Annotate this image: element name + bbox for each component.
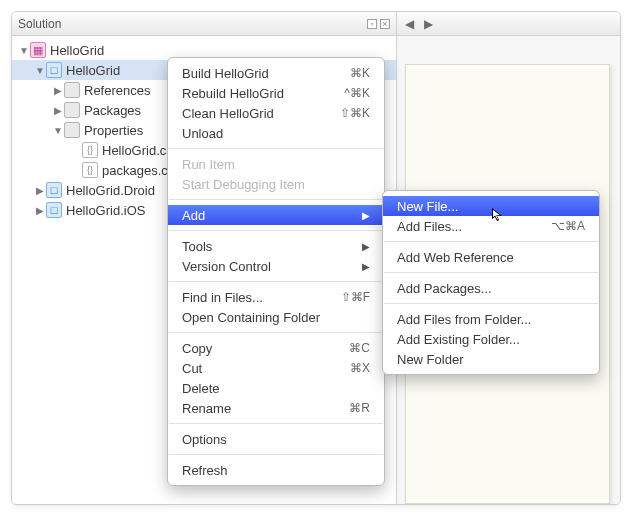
menu-add-existing-folder[interactable]: Add Existing Folder... [383,329,599,349]
menu-add-packages[interactable]: Add Packages... [383,278,599,298]
csharp-file-icon: {} [82,142,98,158]
menu-build[interactable]: Build HelloGrid⌘K [168,63,384,83]
menu-separator [384,272,598,273]
submenu-arrow-icon: ▶ [342,261,370,272]
solution-icon: ▦ [30,42,46,58]
csproj-icon: □ [46,202,62,218]
menu-cut[interactable]: Cut⌘X [168,358,384,378]
expand-arrow-icon[interactable]: ▶ [52,105,64,116]
editor-toolbar: ◀ ▶ [397,12,620,36]
menu-refresh[interactable]: Refresh [168,460,384,480]
menu-separator [169,148,383,149]
tree-label: HelloGrid [50,43,390,58]
menu-options[interactable]: Options [168,429,384,449]
menu-add-files[interactable]: Add Files...⌥⌘A [383,216,599,236]
menu-run-item: Run Item [168,154,384,174]
config-file-icon: {} [82,162,98,178]
menu-rebuild[interactable]: Rebuild HelloGrid^⌘K [168,83,384,103]
submenu-arrow-icon: ▶ [342,241,370,252]
solution-title: Solution [18,17,364,31]
menu-separator [169,281,383,282]
csproj-icon: □ [46,182,62,198]
menu-open-containing-folder[interactable]: Open Containing Folder [168,307,384,327]
folder-icon [64,82,80,98]
expand-arrow-icon[interactable]: ▼ [18,45,30,56]
add-submenu: New File... Add Files...⌥⌘A Add Web Refe… [382,190,600,375]
menu-clean[interactable]: Clean HelloGrid⇧⌘K [168,103,384,123]
expand-arrow-icon[interactable]: ▶ [52,85,64,96]
menu-separator [169,199,383,200]
menu-add-files-from-folder[interactable]: Add Files from Folder... [383,309,599,329]
menu-separator [169,423,383,424]
menu-separator [169,230,383,231]
menu-start-debugging: Start Debugging Item [168,174,384,194]
menu-unload[interactable]: Unload [168,123,384,143]
folder-icon [64,102,80,118]
menu-new-folder[interactable]: New Folder [383,349,599,369]
expand-arrow-icon[interactable]: ▶ [34,185,46,196]
nav-back-icon[interactable]: ◀ [405,17,414,31]
expand-arrow-icon[interactable]: ▶ [34,205,46,216]
csproj-icon: □ [46,62,62,78]
menu-add-web-reference[interactable]: Add Web Reference [383,247,599,267]
menu-delete[interactable]: Delete [168,378,384,398]
submenu-arrow-icon: ▶ [342,210,370,221]
project-context-menu: Build HelloGrid⌘K Rebuild HelloGrid^⌘K C… [167,57,385,486]
pane-close-icon[interactable]: × [380,19,390,29]
menu-add[interactable]: Add▶ [168,205,384,225]
nav-forward-icon[interactable]: ▶ [424,17,433,31]
menu-new-file[interactable]: New File... [383,196,599,216]
menu-separator [169,454,383,455]
menu-find-in-files[interactable]: Find in Files...⇧⌘F [168,287,384,307]
expand-arrow-icon[interactable]: ▼ [52,125,64,136]
pane-minimize-icon[interactable]: ▫ [367,19,377,29]
menu-separator [384,303,598,304]
menu-separator [384,241,598,242]
menu-copy[interactable]: Copy⌘C [168,338,384,358]
menu-separator [169,332,383,333]
folder-icon [64,122,80,138]
menu-tools[interactable]: Tools▶ [168,236,384,256]
menu-version-control[interactable]: Version Control▶ [168,256,384,276]
expand-arrow-icon[interactable]: ▼ [34,65,46,76]
solution-header: Solution ▫ × [12,12,396,36]
menu-rename[interactable]: Rename⌘R [168,398,384,418]
